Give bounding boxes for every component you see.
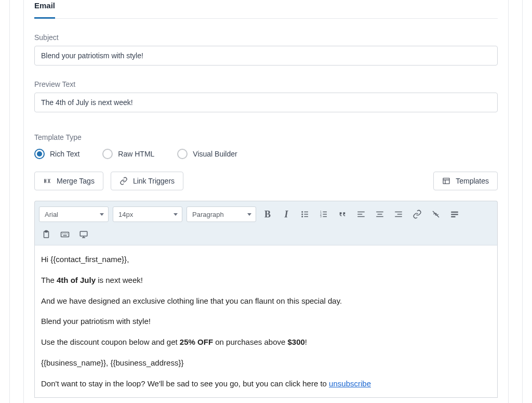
editor-content[interactable]: Hi {{contact_first_name}}, The 4th of Ju…	[34, 245, 498, 398]
fullscreen-button[interactable]	[76, 227, 91, 242]
bullet-list-button[interactable]	[298, 207, 312, 222]
merge-tags-button[interactable]: Merge Tags	[34, 172, 103, 190]
block-format-select[interactable]: Paragraph	[187, 206, 256, 222]
unlink-icon	[431, 210, 441, 219]
svg-rect-11	[45, 231, 48, 232]
radio-raw-html-label: Raw HTML	[118, 150, 154, 158]
block-format-value: Paragraph	[192, 211, 224, 218]
svg-rect-12	[61, 232, 69, 237]
paste-button[interactable]	[39, 227, 54, 242]
bullet-list-icon	[300, 210, 310, 219]
radio-visual-builder-label: Visual Builder	[193, 150, 237, 158]
body-line: Hi {{contact_first_name}},	[41, 254, 491, 265]
svg-point-2	[302, 214, 303, 215]
chevron-down-icon	[174, 213, 178, 216]
templates-button[interactable]: Templates	[433, 172, 498, 190]
unlink-button[interactable]	[429, 207, 443, 222]
link-triggers-label: Link Triggers	[133, 177, 175, 185]
link-triggers-button[interactable]: Link Triggers	[111, 172, 183, 190]
tabs: Email	[34, 0, 498, 19]
preview-text-label: Preview Text	[34, 80, 498, 88]
svg-rect-7	[451, 212, 458, 213]
template-type-label: Template Type	[34, 133, 498, 141]
clipboard-icon	[42, 230, 51, 239]
body-line: The 4th of July is next week!	[41, 275, 491, 286]
link-icon	[119, 177, 128, 185]
merge-tags-label: Merge Tags	[57, 177, 95, 185]
layout-icon	[442, 177, 450, 185]
keyboard-icon	[60, 230, 70, 239]
svg-point-3	[302, 216, 303, 217]
number-list-button[interactable]: 123	[316, 207, 331, 222]
italic-icon: I	[284, 209, 288, 220]
link-icon	[413, 210, 422, 219]
italic-button[interactable]: I	[279, 207, 294, 222]
font-size-select[interactable]: 14px	[113, 206, 182, 222]
preview-text-input[interactable]	[34, 93, 498, 112]
align-center-button[interactable]	[373, 207, 387, 222]
editor-toolbar: Arial 14px Paragraph B I 123	[34, 201, 498, 245]
subject-input[interactable]	[34, 46, 498, 66]
svg-rect-0	[443, 178, 449, 184]
svg-text:3: 3	[320, 215, 322, 218]
radio-rich-text[interactable]: Rich Text	[34, 149, 79, 159]
blockquote-button[interactable]	[335, 207, 350, 222]
unsubscribe-link[interactable]: unsubscribe	[329, 379, 371, 388]
align-left-button[interactable]	[354, 207, 368, 222]
font-family-select[interactable]: Arial	[39, 206, 109, 222]
body-line: Use the discount coupon below and get 25…	[41, 336, 491, 348]
body-line: {{business_name}}, {{business_address}}	[41, 357, 491, 369]
monitor-icon	[79, 230, 88, 239]
radio-circle-icon	[177, 149, 188, 159]
bold-icon: B	[264, 209, 271, 220]
tab-email[interactable]: Email	[34, 1, 55, 19]
quote-icon	[338, 210, 347, 219]
align-right-icon	[394, 210, 403, 219]
variables-icon	[43, 177, 51, 185]
body-line: And we have designed an exclusive clothi…	[41, 295, 491, 307]
paragraph-icon	[450, 210, 459, 219]
radio-rich-text-label: Rich Text	[50, 150, 79, 158]
font-size-value: 14px	[118, 211, 133, 218]
bold-button[interactable]: B	[260, 207, 275, 222]
templates-label: Templates	[456, 177, 489, 185]
body-line: Blend your patriotism with style!	[41, 316, 491, 327]
align-right-button[interactable]	[391, 207, 406, 222]
font-family-value: Arial	[45, 211, 58, 218]
subject-label: Subject	[34, 33, 498, 42]
svg-rect-9	[451, 216, 455, 217]
keyboard-button[interactable]	[58, 227, 72, 242]
insert-link-button[interactable]	[410, 207, 424, 222]
chevron-down-icon	[247, 213, 251, 216]
svg-point-1	[302, 212, 303, 213]
body-line: Don't want to stay in the loop? We'll be…	[41, 378, 491, 389]
number-list-icon: 123	[319, 210, 328, 219]
align-center-icon	[375, 210, 384, 219]
svg-rect-13	[80, 231, 87, 236]
radio-raw-html[interactable]: Raw HTML	[102, 149, 154, 159]
more-formatting-button[interactable]	[447, 207, 462, 222]
align-left-icon	[356, 210, 366, 219]
radio-circle-icon	[102, 149, 113, 159]
chevron-down-icon	[100, 213, 104, 216]
svg-rect-8	[451, 214, 458, 215]
radio-visual-builder[interactable]: Visual Builder	[177, 149, 237, 159]
radio-dot-icon	[34, 149, 45, 159]
